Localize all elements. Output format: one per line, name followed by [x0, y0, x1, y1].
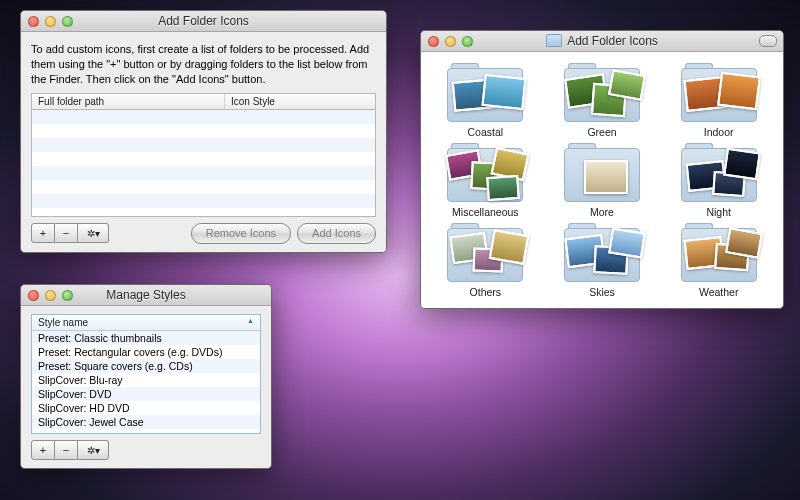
zoom-icon[interactable]	[462, 36, 473, 47]
remove-icons-button[interactable]: Remove Icons	[191, 223, 291, 244]
folder-item[interactable]: Night	[666, 142, 771, 218]
folder-label: Weather	[699, 286, 739, 298]
folder-label: Skies	[589, 286, 615, 298]
folder-icon	[560, 142, 644, 204]
folder-label: More	[590, 206, 614, 218]
folder-item[interactable]: Miscellaneous	[433, 142, 538, 218]
titlebar[interactable]: Add Folder Icons	[21, 11, 386, 32]
minimize-icon[interactable]	[45, 290, 56, 301]
photo-thumbnail	[489, 229, 530, 265]
folder-item[interactable]: Green	[550, 62, 655, 138]
column-header-style[interactable]: Icon Style	[225, 94, 375, 109]
window-title: Add Folder Icons	[21, 14, 386, 28]
styles-list[interactable]: Style name ▲ Preset: Classic thumbnailsP…	[31, 314, 261, 434]
titlebar[interactable]: Add Folder Icons	[421, 31, 783, 52]
folder-label: Others	[470, 286, 502, 298]
list-item[interactable]: SlipCover: DVD	[32, 387, 260, 401]
table-rows-empty[interactable]	[32, 110, 375, 214]
list-item[interactable]: Preset: Classic thumbnails	[32, 331, 260, 345]
list-item[interactable]: Preset: Square covers (e.g. CDs)	[32, 359, 260, 373]
photo-thumbnail	[723, 148, 761, 180]
folder-label: Indoor	[704, 126, 734, 138]
column-header-stylename[interactable]: Style name ▲	[32, 315, 260, 331]
window-title: Add Folder Icons	[421, 34, 783, 48]
add-button[interactable]: +	[31, 440, 55, 460]
column-header-path[interactable]: Full folder path	[32, 94, 225, 109]
folder-item[interactable]: More	[550, 142, 655, 218]
folder-icon-grid: CoastalGreenIndoorMiscellaneousMoreNight…	[421, 52, 783, 308]
close-icon[interactable]	[428, 36, 439, 47]
photo-thumbnail	[584, 160, 628, 194]
folder-label: Miscellaneous	[452, 206, 519, 218]
toolbar-toggle-button[interactable]	[759, 35, 777, 47]
photo-thumbnail	[608, 69, 646, 101]
list-item[interactable]: SlipCover: Blu-ray	[32, 373, 260, 387]
manage-styles-window: Manage Styles Style name ▲ Preset: Class…	[20, 284, 272, 469]
folder-item[interactable]: Weather	[666, 222, 771, 298]
list-item[interactable]: SlipCover: Jewel Case	[32, 415, 260, 429]
gear-menu-button[interactable]: ✲▾	[78, 223, 109, 243]
folder-icon	[443, 62, 527, 124]
titlebar[interactable]: Manage Styles	[21, 285, 271, 306]
folder-icon	[443, 142, 527, 204]
folder-label: Night	[706, 206, 731, 218]
folder-icon	[443, 222, 527, 284]
remove-button[interactable]: −	[55, 440, 78, 460]
remove-button[interactable]: −	[55, 223, 78, 243]
folder-item[interactable]: Skies	[550, 222, 655, 298]
folder-item[interactable]: Coastal	[433, 62, 538, 138]
gear-icon: ✲▾	[87, 228, 100, 239]
zoom-icon[interactable]	[62, 290, 73, 301]
folder-icon	[560, 62, 644, 124]
gear-icon: ✲▾	[87, 445, 100, 456]
finder-window: Add Folder Icons CoastalGreenIndoorMisce…	[420, 30, 784, 309]
minimize-icon[interactable]	[45, 16, 56, 27]
photo-thumbnail	[608, 228, 646, 259]
photo-thumbnail	[487, 175, 521, 201]
add-icons-button[interactable]: Add Icons	[297, 223, 376, 244]
folder-label: Green	[587, 126, 616, 138]
folder-icon	[677, 142, 761, 204]
gear-menu-button[interactable]: ✲▾	[78, 440, 109, 460]
close-icon[interactable]	[28, 16, 39, 27]
folder-item[interactable]: Indoor	[666, 62, 771, 138]
instructions-text: To add custom icons, first create a list…	[31, 42, 376, 87]
folder-icon	[677, 62, 761, 124]
list-item[interactable]: SlipCover: HD DVD	[32, 401, 260, 415]
add-folder-icons-window: Add Folder Icons To add custom icons, fi…	[20, 10, 387, 253]
list-item[interactable]: Preset: Rectangular covers (e.g. DVDs)	[32, 345, 260, 359]
add-button[interactable]: +	[31, 223, 55, 243]
photo-thumbnail	[717, 72, 761, 111]
photo-thumbnail	[482, 74, 527, 110]
folder-item[interactable]: Others	[433, 222, 538, 298]
folder-icon	[677, 222, 761, 284]
folder-icon	[560, 222, 644, 284]
close-icon[interactable]	[28, 290, 39, 301]
minimize-icon[interactable]	[445, 36, 456, 47]
folder-label: Coastal	[468, 126, 504, 138]
zoom-icon[interactable]	[62, 16, 73, 27]
sort-ascending-icon: ▲	[247, 317, 254, 328]
folder-list-table[interactable]: Full folder path Icon Style	[31, 93, 376, 217]
